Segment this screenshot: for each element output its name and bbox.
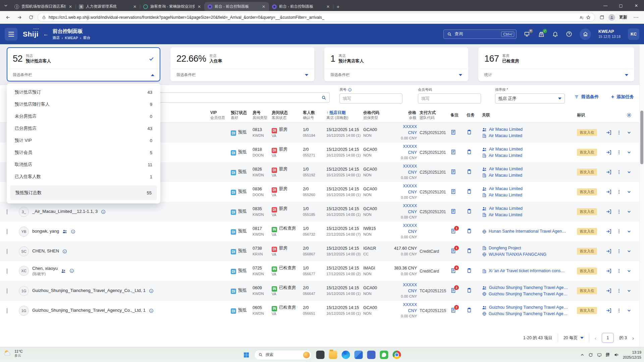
expand-row-icon[interactable] [627,249,632,254]
file-explorer-icon[interactable] [329,351,337,359]
linked-profile[interactable]: Guizhou Shunjing Tiancheng Travel Age… [482,291,577,297]
filter-conditions-button[interactable]: 筛选条件 [574,94,599,100]
refresh-icon[interactable] [26,13,36,22]
tab-close-icon[interactable]: ✕ [197,4,202,9]
weather-widget[interactable]: 11°C多云 [3,349,23,358]
dropdown-item[interactable]: 已入住客人数1 [7,171,160,183]
check-in-icon[interactable] [606,209,611,215]
room-number-input[interactable]: 填写 [339,94,402,104]
note-icon[interactable]: 1 [450,228,456,234]
task-clipboard-icon[interactable] [467,228,472,234]
dropdown-item[interactable]: 预计 VIP0 [7,134,160,146]
dropdown-item[interactable]: 取消抵店11 [7,159,160,171]
linked-profile[interactable]: Dongfeng Project [482,245,577,251]
window-maximize-button[interactable]: ▢ [613,0,629,11]
stat-card-1[interactable]: 52抵店预计抵店客人筛选条件栏 [7,47,160,81]
browser-profile-avatar[interactable] [608,14,615,21]
back-icon[interactable] [3,13,13,22]
note-icon[interactable] [450,169,456,175]
favorite-star-icon[interactable] [586,15,591,20]
info-icon[interactable] [149,289,154,293]
cast-icon[interactable] [597,353,602,357]
card-filter-toggle[interactable]: 统计 [479,69,634,81]
row-checkbox[interactable] [7,308,7,313]
check-in-icon[interactable] [606,288,611,294]
linked-profile[interactable]: Xi 'an Air Travel ticket information con… [482,268,577,274]
task-clipboard-icon[interactable] [467,307,472,313]
expand-row-icon[interactable] [627,150,632,155]
check-in-icon[interactable] [606,189,611,195]
check-in-icon[interactable] [606,149,611,155]
card-filter-toggle[interactable]: 筛选条件栏 [325,69,468,81]
info-icon[interactable] [101,209,106,214]
row-checkbox[interactable] [7,209,7,215]
linked-profile[interactable]: Air Macau Limited [482,205,577,212]
window-close-button[interactable]: ✕ [629,0,644,11]
linked-profile[interactable]: Guizhou Shunjing Tiancheng Travel Age… [482,285,577,291]
row-checkbox[interactable] [7,288,7,294]
browser-tab[interactable]: S人力资源管理系统✕ [76,2,140,11]
note-icon[interactable]: 2 [450,288,456,293]
info-icon[interactable] [62,249,67,254]
dropdown-item[interactable]: 预计抵店预订43 [7,86,160,98]
breadcrumb-item[interactable]: KWEAP [65,36,78,40]
taskbar-clock[interactable]: 13:19 2025/12/15 [623,350,641,360]
cashier-icon[interactable]: ✓ [538,31,545,38]
user-avatar[interactable]: KC [628,28,639,40]
task-clipboard-icon[interactable] [467,248,472,253]
windows-start-icon[interactable] [243,352,250,358]
url-field[interactable]: https://cn1.web.ep.shiji.world/individua… [38,13,595,22]
tab-close-icon[interactable]: ✕ [68,4,73,9]
ime-indicator[interactable]: 拼 [606,352,610,358]
more-actions-icon[interactable] [616,268,622,274]
home-icon[interactable] [580,28,591,40]
linked-profile[interactable]: Air Macau Limited [482,153,577,159]
tray-expand-icon[interactable] [580,353,584,357]
linked-profile[interactable]: Air Macau Limited [482,133,577,139]
browser-menu-icon[interactable]: ⋯ [631,13,641,22]
linked-profile[interactable]: Hunan Sanhe International Travel Agen… [482,228,577,234]
breadcrumb-item[interactable]: 酒店 [53,36,60,40]
add-task-button[interactable]: + 添加任务 [611,94,634,100]
row-checkbox[interactable] [7,229,7,234]
linked-profile[interactable]: Air Macau Limited [482,146,577,152]
notifications-bell-icon[interactable] [552,31,558,37]
scrollbar-thumb[interactable] [640,111,643,164]
card-filter-toggle[interactable]: 筛选条件栏 [171,69,314,81]
task-clipboard-icon[interactable] [467,208,472,214]
note-icon[interactable]: 2 [450,307,456,313]
more-actions-icon[interactable] [616,209,622,214]
expand-row-icon[interactable] [627,170,632,175]
current-page-input[interactable]: 1 [602,333,614,343]
note-icon[interactable] [450,189,456,194]
tab-close-icon[interactable]: ✕ [261,4,266,9]
note-icon[interactable] [450,208,456,214]
help-icon[interactable] [566,31,572,37]
info-icon[interactable] [71,229,75,234]
more-actions-icon[interactable] [616,308,622,313]
dropdown-item[interactable]: 预计会员5 [7,146,160,159]
new-tab-button[interactable]: + [333,2,343,11]
column-header[interactable]: ↑ 抵店日期离店 (房晚数) [326,110,363,120]
note-icon[interactable] [450,129,456,135]
tab-search-icon[interactable] [0,0,11,11]
expand-row-icon[interactable] [627,308,632,313]
edge-browser-icon[interactable] [342,351,350,359]
tab-close-icon[interactable]: ✕ [132,4,137,9]
browser-tab[interactable]: 前台 - 前台控制面板✕ [205,2,269,11]
back-arrow-icon[interactable]: ← [43,31,49,37]
check-in-icon[interactable] [606,248,611,254]
dropdown-item[interactable]: 已分房抵店43 [7,122,160,134]
linked-profile[interactable]: Air Macau Limited [482,212,577,218]
check-in-icon[interactable] [606,308,611,313]
taskbar-search-input[interactable]: 搜索 [254,350,312,360]
card-filter-toggle[interactable]: 筛选条件栏 [7,69,160,81]
expand-row-icon[interactable] [627,229,632,234]
workstation-icon[interactable]: ✕ [524,31,531,38]
tab-close-icon[interactable]: ✕ [326,4,330,9]
dropdown-item[interactable]: 未分房抵店0 [7,110,160,122]
task-clipboard-icon[interactable] [467,129,472,135]
check-in-icon[interactable] [606,229,611,234]
linked-profile[interactable]: Air Macau Limited [482,172,577,178]
browser-tab[interactable]: 前台 - 前台控制面板✕ [269,2,333,11]
